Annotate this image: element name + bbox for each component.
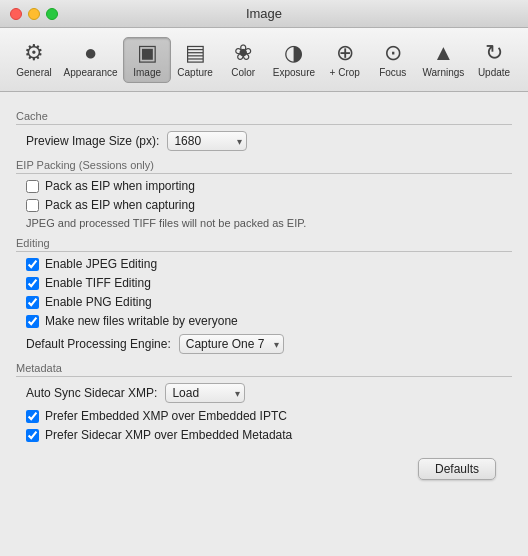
toolbar-item-focus[interactable]: ⊙Focus — [369, 38, 417, 82]
toolbar-item-warnings[interactable]: ▲Warnings — [417, 38, 470, 82]
checkbox-enable-png[interactable] — [26, 296, 39, 309]
titlebar-buttons — [10, 8, 58, 20]
sync-select-wrapper[interactable]: LoadSaveOff — [165, 383, 245, 403]
toolbar-item-capture[interactable]: ▤Capture — [171, 38, 219, 82]
label-prefer-embedded: Prefer Embedded XMP over Embedded IPTC — [45, 409, 287, 423]
toolbar: ⚙General●Appearance▣Image▤Capture❀Color◑… — [0, 28, 528, 92]
engine-label: Default Processing Engine: — [26, 337, 171, 351]
titlebar: Image — [0, 0, 528, 28]
editing-row-enable-png: Enable PNG Editing — [16, 295, 512, 309]
label-pack-importing: Pack as EIP when importing — [45, 179, 195, 193]
eip-section-header: EIP Packing (Sessions only) — [16, 159, 512, 174]
eip-note: JPEG and processed TIFF files will not b… — [16, 217, 512, 229]
warnings-icon: ▲ — [432, 42, 454, 64]
toolbar-item-crop[interactable]: ⊕+ Crop — [321, 38, 369, 82]
general-icon: ⚙ — [24, 42, 44, 64]
focus-icon: ⊙ — [384, 42, 402, 64]
crop-icon: ⊕ — [336, 42, 354, 64]
preview-size-select-wrapper[interactable]: 6401280168020482560 — [167, 131, 247, 151]
content-area: Cache Preview Image Size (px): 640128016… — [0, 92, 528, 556]
checkbox-writable[interactable] — [26, 315, 39, 328]
editing-section-header: Editing — [16, 237, 512, 252]
crop-label: + Crop — [330, 67, 360, 78]
update-icon: ↻ — [485, 42, 503, 64]
toolbar-item-image[interactable]: ▣Image — [123, 37, 171, 83]
appearance-label: Appearance — [64, 67, 118, 78]
metadata-row-prefer-sidecar: Prefer Sidecar XMP over Embedded Metadat… — [16, 428, 512, 442]
preview-size-label: Preview Image Size (px): — [26, 134, 159, 148]
eip-row-pack-importing: Pack as EIP when importing — [16, 179, 512, 193]
label-enable-png: Enable PNG Editing — [45, 295, 152, 309]
engine-select-wrapper[interactable]: Capture One 6Capture One 7Capture One 8 — [179, 334, 284, 354]
appearance-icon: ● — [84, 42, 97, 64]
checkbox-pack-importing[interactable] — [26, 180, 39, 193]
engine-row: Default Processing Engine: Capture One 6… — [16, 334, 512, 354]
window-title: Image — [246, 6, 282, 21]
metadata-section-header: Metadata — [16, 362, 512, 377]
close-button[interactable] — [10, 8, 22, 20]
label-prefer-sidecar: Prefer Sidecar XMP over Embedded Metadat… — [45, 428, 292, 442]
checkbox-enable-jpeg[interactable] — [26, 258, 39, 271]
editing-row-enable-jpeg: Enable JPEG Editing — [16, 257, 512, 271]
update-label: Update — [478, 67, 510, 78]
capture-label: Capture — [177, 67, 213, 78]
sync-label: Auto Sync Sidecar XMP: — [26, 386, 157, 400]
exposure-icon: ◑ — [284, 42, 303, 64]
checkbox-pack-capturing[interactable] — [26, 199, 39, 212]
editing-row-writable: Make new files writable by everyone — [16, 314, 512, 328]
toolbar-item-color[interactable]: ❀Color — [219, 38, 267, 82]
label-enable-tiff: Enable TIFF Editing — [45, 276, 151, 290]
toolbar-item-general[interactable]: ⚙General — [10, 38, 58, 82]
color-icon: ❀ — [234, 42, 252, 64]
minimize-button[interactable] — [28, 8, 40, 20]
engine-select[interactable]: Capture One 6Capture One 7Capture One 8 — [179, 334, 284, 354]
footer: Defaults — [16, 448, 512, 486]
preview-size-row: Preview Image Size (px): 640128016802048… — [16, 131, 512, 151]
general-label: General — [16, 67, 52, 78]
focus-label: Focus — [379, 67, 406, 78]
eip-row-pack-capturing: Pack as EIP when capturing — [16, 198, 512, 212]
label-enable-jpeg: Enable JPEG Editing — [45, 257, 157, 271]
defaults-button[interactable]: Defaults — [418, 458, 496, 480]
sync-row: Auto Sync Sidecar XMP: LoadSaveOff — [16, 383, 512, 403]
exposure-label: Exposure — [273, 67, 315, 78]
label-writable: Make new files writable by everyone — [45, 314, 238, 328]
sync-select[interactable]: LoadSaveOff — [165, 383, 245, 403]
toolbar-item-exposure[interactable]: ◑Exposure — [267, 38, 321, 82]
metadata-row-prefer-embedded: Prefer Embedded XMP over Embedded IPTC — [16, 409, 512, 423]
checkbox-prefer-sidecar[interactable] — [26, 429, 39, 442]
editing-row-enable-tiff: Enable TIFF Editing — [16, 276, 512, 290]
label-pack-capturing: Pack as EIP when capturing — [45, 198, 195, 212]
color-label: Color — [231, 67, 255, 78]
warnings-label: Warnings — [422, 67, 464, 78]
image-icon: ▣ — [137, 42, 158, 64]
checkbox-enable-tiff[interactable] — [26, 277, 39, 290]
preview-size-select[interactable]: 6401280168020482560 — [167, 131, 247, 151]
image-label: Image — [133, 67, 161, 78]
toolbar-item-appearance[interactable]: ●Appearance — [58, 38, 123, 82]
checkbox-prefer-embedded[interactable] — [26, 410, 39, 423]
maximize-button[interactable] — [46, 8, 58, 20]
capture-icon: ▤ — [185, 42, 206, 64]
cache-section-header: Cache — [16, 110, 512, 125]
toolbar-item-update[interactable]: ↻Update — [470, 38, 518, 82]
